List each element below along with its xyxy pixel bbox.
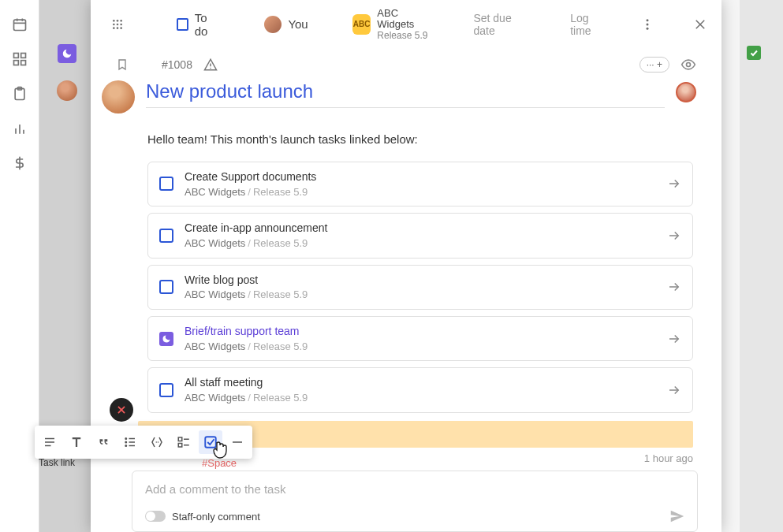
svg-point-43 [125, 445, 127, 447]
task-link-icon[interactable] [199, 430, 222, 454]
project-name: ABC Widgets [377, 8, 431, 31]
bookmark-icon[interactable] [116, 58, 129, 72]
watcher-avatar[interactable] [676, 82, 696, 102]
svg-point-48 [158, 441, 159, 443]
arrow-right-icon[interactable] [667, 383, 681, 397]
task-number: #1008 [162, 58, 192, 71]
status-chip[interactable]: To do [177, 11, 220, 38]
more-icon[interactable] [640, 17, 654, 32]
linked-task-release: Release 5.9 [253, 340, 308, 352]
cancel-insert-button[interactable] [110, 398, 133, 422]
linked-task-title: Create Support documents [185, 170, 656, 184]
task-description[interactable]: Hello team! This month's launch tasks li… [91, 118, 721, 154]
linked-task-title: Create in-app announcement [185, 221, 656, 235]
staff-only-toggle[interactable] [145, 511, 166, 522]
grid-icon[interactable] [11, 50, 28, 68]
assignee-avatar-icon [264, 16, 282, 33]
warning-icon[interactable] [203, 58, 218, 72]
project-badge-icon: ABC [352, 14, 371, 35]
checkbox-icon [159, 383, 173, 397]
svg-point-30 [687, 62, 691, 66]
svg-point-24 [646, 23, 648, 25]
task-title[interactable]: New product launch [146, 80, 665, 102]
project-square-icon[interactable] [58, 44, 76, 63]
linked-task-project: ABC Widgets [185, 392, 245, 404]
divider-icon[interactable] [226, 430, 249, 454]
linked-task-item[interactable]: Brief/train support team ABC Widgets/Rel… [147, 316, 693, 361]
linked-task-project: ABC Widgets [185, 237, 245, 249]
staff-only-label: Staff-only comment [172, 511, 260, 523]
svg-point-14 [113, 20, 115, 22]
project-sub: Release 5.9 [377, 31, 431, 41]
svg-point-29 [210, 68, 211, 69]
linked-tasks-list: Create Support documents ABC Widgets/Rel… [91, 154, 721, 413]
arrow-right-icon[interactable] [667, 177, 681, 191]
quote-icon[interactable] [91, 430, 115, 454]
dollar-icon[interactable] [11, 154, 28, 172]
svg-point-42 [125, 441, 127, 443]
completed-check-icon[interactable] [747, 46, 761, 60]
toolbar-shortcut: #Space [202, 457, 237, 469]
user-avatar-small[interactable] [57, 80, 77, 101]
svg-rect-0 [13, 20, 25, 30]
status-label: To do [195, 11, 220, 38]
linked-task-item[interactable]: All staff meeting ABC Widgets/Release 5.… [147, 367, 693, 412]
list-icon[interactable] [118, 430, 142, 454]
calendar-icon[interactable] [11, 16, 28, 33]
svg-rect-6 [13, 61, 18, 65]
linked-task-title: All staff meeting [185, 376, 656, 389]
svg-rect-4 [13, 54, 18, 58]
svg-point-23 [646, 19, 648, 21]
comment-input[interactable]: Add a comment to the task [145, 482, 686, 497]
apps-icon[interactable] [111, 18, 124, 31]
panel-header: To do You ABC ABC Widgets Release 5.9 Se… [91, 0, 721, 54]
arrow-right-icon[interactable] [667, 332, 681, 346]
linked-task-item[interactable]: Create in-app announcement ABC Widgets/R… [147, 213, 693, 258]
svg-rect-5 [21, 54, 25, 58]
svg-point-16 [120, 20, 122, 22]
checkbox-icon [159, 280, 173, 294]
linked-task-item[interactable]: Create Support documents ABC Widgets/Rel… [147, 162, 693, 206]
svg-rect-50 [178, 444, 182, 448]
log-time-button[interactable]: Log time [570, 12, 609, 37]
linked-task-release: Release 5.9 [253, 288, 308, 300]
tags-pill[interactable]: ··· + [639, 57, 669, 73]
heading-icon[interactable] [65, 430, 88, 454]
svg-rect-49 [178, 437, 182, 441]
moon-icon [159, 332, 173, 346]
assignee-chip[interactable]: You [264, 16, 308, 33]
formatting-toolbar [35, 426, 252, 459]
linked-task-item[interactable]: Write blog post ABC Widgets/Release 5.9 [147, 265, 693, 310]
svg-point-47 [156, 441, 158, 443]
chart-icon[interactable] [11, 120, 28, 137]
visibility-icon[interactable] [680, 57, 696, 73]
assignee-label: You [288, 17, 308, 31]
svg-point-21 [117, 27, 119, 29]
paragraph-icon[interactable] [38, 430, 62, 454]
svg-point-25 [646, 28, 648, 30]
svg-point-17 [113, 24, 115, 26]
arrow-right-icon[interactable] [667, 280, 681, 294]
send-icon[interactable] [669, 508, 686, 525]
linked-task-project: ABC Widgets [185, 340, 245, 352]
title-row: New product launch [91, 80, 721, 118]
checkbox-icon [177, 18, 188, 31]
author-avatar[interactable] [102, 80, 135, 113]
linked-task-release: Release 5.9 [253, 392, 308, 404]
project-chip[interactable]: ABC ABC Widgets Release 5.9 [352, 8, 432, 41]
set-due-date-button[interactable]: Set due date [473, 12, 530, 37]
svg-point-41 [125, 438, 127, 440]
toolbar-tooltip: Task link [39, 457, 75, 468]
checklist-icon[interactable] [172, 430, 196, 454]
code-icon[interactable] [145, 430, 169, 454]
arrow-right-icon[interactable] [667, 229, 681, 243]
clipboard-icon[interactable] [11, 85, 28, 102]
linked-task-project: ABC Widgets [185, 186, 245, 198]
svg-rect-7 [21, 61, 25, 65]
checkbox-icon [159, 177, 173, 191]
close-icon[interactable] [693, 17, 707, 32]
left-sidebar [0, 0, 39, 532]
meta-row: #1008 ··· + [91, 54, 721, 80]
svg-point-18 [117, 24, 119, 26]
comment-box: Add a comment to the task Staff-only com… [132, 471, 698, 532]
